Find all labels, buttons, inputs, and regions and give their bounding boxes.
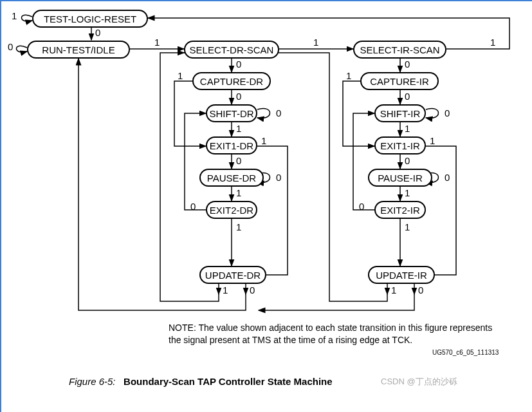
edge-label: 0 bbox=[236, 59, 241, 70]
state-run-test-idle: RUN-TEST/IDLE bbox=[27, 41, 130, 59]
state-label: EXIT2-IR bbox=[380, 205, 420, 216]
edge-label: 1 bbox=[430, 135, 435, 146]
state-label: SELECT-DR-SCAN bbox=[190, 44, 274, 55]
state-update-dr: UPDATE-DR bbox=[199, 266, 266, 284]
caption-title: Boundary-Scan TAP Controller State Machi… bbox=[124, 376, 333, 387]
edge-label: 0 bbox=[95, 27, 100, 38]
state-select-ir-scan: SELECT-IR-SCAN bbox=[353, 41, 446, 59]
state-label: SHIFT-DR bbox=[209, 108, 253, 119]
state-label: UPDATE-IR bbox=[376, 270, 427, 281]
edge-label: 1 bbox=[391, 285, 396, 295]
state-label: SHIFT-IR bbox=[380, 108, 421, 119]
edge-label: 0 bbox=[359, 201, 364, 212]
edge-label: 0 bbox=[190, 201, 196, 212]
edge-label: 0 bbox=[236, 155, 241, 166]
watermark-text: CSDN @丁点的沙砾 bbox=[381, 376, 457, 388]
edge-label: 1 bbox=[12, 10, 17, 21]
state-capture-dr: CAPTURE-DR bbox=[192, 72, 271, 90]
state-select-dr-scan: SELECT-DR-SCAN bbox=[184, 41, 279, 59]
state-shift-dr: SHIFT-DR bbox=[206, 104, 257, 122]
edge-label: 1 bbox=[405, 187, 410, 198]
state-label: CAPTURE-IR bbox=[370, 76, 429, 87]
state-label: EXIT1-IR bbox=[380, 140, 420, 151]
state-label: UPDATE-DR bbox=[205, 270, 261, 281]
edge-label: 1 bbox=[490, 37, 495, 48]
edge-label: 1 bbox=[178, 70, 183, 81]
state-update-ir: UPDATE-IR bbox=[368, 266, 435, 284]
edge-label: 1 bbox=[346, 70, 351, 81]
state-pause-ir: PAUSE-IR bbox=[368, 169, 432, 187]
state-test-logic-reset: TEST-LOGIC-RESET bbox=[32, 10, 148, 28]
edge-label: 0 bbox=[405, 59, 410, 70]
doc-id: UG570_c6_05_111313 bbox=[432, 349, 499, 356]
state-label: CAPTURE-DR bbox=[200, 76, 263, 87]
edge-label: 1 bbox=[405, 221, 410, 232]
edge-label: 0 bbox=[8, 41, 13, 52]
edge-label: 0 bbox=[445, 108, 450, 118]
edge-label: 1 bbox=[261, 135, 266, 146]
state-label: TEST-LOGIC-RESET bbox=[44, 14, 136, 24]
note-text: NOTE: The value shown adjacent to each s… bbox=[169, 322, 497, 346]
state-exit1-ir: EXIT1-IR bbox=[374, 136, 426, 154]
state-pause-dr: PAUSE-DR bbox=[199, 169, 264, 187]
edge-label: 1 bbox=[405, 123, 410, 134]
edge-label: 0 bbox=[276, 172, 281, 183]
state-label: EXIT2-DR bbox=[210, 205, 253, 216]
edge-label: 0 bbox=[250, 285, 255, 295]
diagram-canvas: TEST-LOGIC-RESET RUN-TEST/IDLE SELECT-DR… bbox=[0, 0, 532, 412]
state-exit2-dr: EXIT2-DR bbox=[206, 201, 257, 219]
edge-label: 1 bbox=[223, 285, 228, 295]
state-label: PAUSE-DR bbox=[207, 173, 256, 183]
figure-caption: Figure 6-5: Boundary-Scan TAP Controller… bbox=[69, 376, 333, 387]
state-capture-ir: CAPTURE-IR bbox=[360, 72, 439, 90]
state-label: EXIT1-DR bbox=[210, 140, 253, 151]
edge-label: 1 bbox=[236, 187, 241, 198]
edge-label: 1 bbox=[236, 221, 241, 232]
edge-label: 1 bbox=[236, 123, 241, 134]
state-label: SELECT-IR-SCAN bbox=[360, 44, 439, 55]
edge-label: 0 bbox=[445, 172, 450, 183]
edge-label: 0 bbox=[405, 91, 410, 102]
edge-label: 1 bbox=[313, 37, 318, 48]
edge-label: 0 bbox=[236, 91, 241, 102]
edge-label: 0 bbox=[276, 108, 281, 118]
state-shift-ir: SHIFT-IR bbox=[374, 104, 426, 122]
state-label: PAUSE-IR bbox=[378, 173, 423, 183]
state-exit1-dr: EXIT1-DR bbox=[206, 136, 257, 154]
edge-label: 1 bbox=[154, 37, 160, 48]
state-exit2-ir: EXIT2-IR bbox=[374, 201, 426, 219]
state-label: RUN-TEST/IDLE bbox=[42, 44, 115, 55]
edge-label: 0 bbox=[418, 285, 423, 295]
caption-prefix: Figure 6-5: bbox=[69, 376, 116, 387]
edge-label: 0 bbox=[405, 155, 410, 166]
